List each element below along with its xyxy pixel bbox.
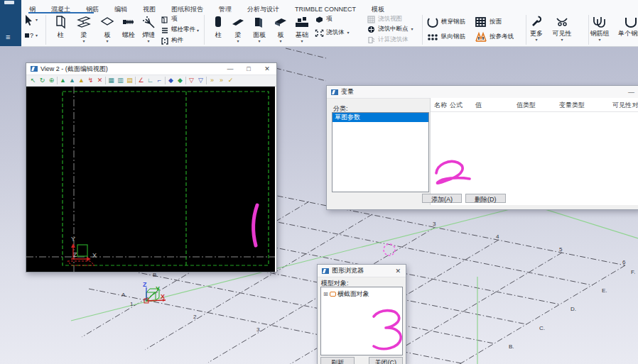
steel-item-button[interactable]: 项 <box>161 14 178 24</box>
concrete-slab-icon <box>273 14 288 30</box>
rebar-by-face-button[interactable]: 按面 <box>475 16 502 28</box>
view-tool-icon-5[interactable]: ▲ <box>67 76 77 85</box>
footing-button[interactable]: 基础 ▾ <box>291 14 313 43</box>
col-name[interactable]: 名称 <box>434 101 447 110</box>
weld-button[interactable]: 焊缝 ▾ <box>137 14 160 43</box>
view-window-icon <box>31 66 38 72</box>
item-icon <box>161 16 169 23</box>
footing-icon <box>293 14 310 30</box>
variables-dialog-title: 变量 <box>341 87 354 96</box>
concrete-beam-icon <box>230 14 246 30</box>
variables-minimize-button[interactable]: — <box>628 89 638 96</box>
view-tool-icon-26[interactable]: ✓ <box>226 76 235 85</box>
by-face-icon <box>475 16 487 28</box>
view-tool-icon-18[interactable]: ◆ <box>166 76 175 85</box>
steel-beam-button[interactable]: 梁 ▾ <box>72 14 95 43</box>
tab-template[interactable]: 模板 <box>364 5 392 14</box>
crossing-rebar-icon <box>426 16 439 28</box>
single-rebar-button[interactable]: 单个钢筋 <box>615 14 638 38</box>
view2-window: View 2 - (截面编辑视图) — □ ✕ ↖↻⊕▲▲▲↯✕▦▥▤∠∟⌐◆◆… <box>26 62 277 272</box>
select-cursor-button[interactable]: ▾ <box>24 15 38 25</box>
variables-table[interactable]: 名称 公式 值 值类型 变量类型 可见性 对话框中的 <box>430 98 638 205</box>
tab-analysis-design[interactable]: 分析与设计 <box>239 5 287 14</box>
crossing-rebar-button[interactable]: 横穿钢筋 <box>426 16 465 28</box>
concrete-item-button[interactable]: 项 <box>315 14 332 24</box>
minimize-button[interactable]: — <box>221 65 239 72</box>
view-tool-icon-22[interactable]: ▽ <box>196 76 205 85</box>
section-edit-canvas[interactable]: Y X Z <box>26 87 275 272</box>
component-button[interactable]: 构件 <box>161 35 183 45</box>
view-tool-icon-6[interactable]: ▲ <box>77 76 86 85</box>
tab-edit[interactable]: 编辑 <box>107 5 135 14</box>
tab-trimble-connect[interactable]: TRIMBLE CONNECT <box>287 6 364 13</box>
object-bullet-icon <box>330 292 336 297</box>
longitudinal-rebar-button[interactable]: 纵向钢筋 <box>426 31 465 43</box>
col-formula[interactable]: 公式 <box>450 101 463 110</box>
rebar-by-guideline-button[interactable]: 按参考线 <box>475 31 514 43</box>
pour-view-button[interactable]: 浇筑视图 <box>367 14 402 24</box>
concrete-beam-button[interactable]: 梁 ▾ <box>227 14 249 43</box>
calculate-pour-button[interactable]: 计算浇筑体 <box>367 35 409 45</box>
view-tool-icon-15[interactable]: ∟ <box>146 76 155 85</box>
col-value[interactable]: 值 <box>475 101 482 110</box>
steel-column-button[interactable]: 柱 <box>49 14 72 40</box>
concrete-panel-button[interactable]: 面板 ▾ <box>248 14 271 43</box>
steel-group-dropdown[interactable]: ▾ <box>197 29 199 33</box>
col-label-in-dialog[interactable]: 对话框中的 <box>632 101 638 110</box>
more-button[interactable]: 更多 ▾ <box>524 14 548 42</box>
view-tool-icon-12[interactable]: ▤ <box>125 76 134 85</box>
view-tool-icon-10[interactable]: ▦ <box>107 76 116 85</box>
bolt-icon <box>121 14 136 30</box>
col-variable-type[interactable]: 变量类型 <box>559 101 585 110</box>
brick-icon <box>315 16 324 23</box>
model-objects-tree[interactable]: ⊞ 横截面对象 <box>320 287 403 355</box>
col-value-type[interactable]: 值类型 <box>517 101 536 110</box>
view-tool-icon-4[interactable]: ▲ <box>58 76 67 85</box>
browser-dialog-titlebar[interactable]: 图形浏览器 ✕ <box>318 265 406 277</box>
category-item-sketch-params[interactable]: 草图参数 <box>332 113 428 122</box>
browser-close-icon[interactable]: ✕ <box>395 268 406 275</box>
view-tool-icon-11[interactable]: ▥ <box>116 76 125 85</box>
section-origin-symbol: Y X Z <box>67 236 97 265</box>
visibility-icon <box>554 14 570 28</box>
delete-button[interactable]: 删除(D) <box>465 194 506 203</box>
variables-dialog-icon <box>331 89 338 95</box>
variables-dialog-titlebar[interactable]: 变量 — <box>327 86 638 99</box>
view-tool-icon-0[interactable]: ↖ <box>28 76 38 85</box>
add-button[interactable]: 添加(A) <box>422 194 462 203</box>
view-tool-icon-14[interactable]: ∠ <box>136 76 146 85</box>
view-tool-icon-19[interactable]: ◆ <box>175 76 185 85</box>
view-tool-icon-8[interactable]: ✕ <box>95 76 104 85</box>
concrete-slab-button[interactable]: 板 ▾ <box>269 14 292 43</box>
close-button[interactable]: ✕ <box>258 65 276 72</box>
maximize-button[interactable]: □ <box>239 65 258 72</box>
menu-icon[interactable]: ≡ <box>6 33 10 41</box>
view-tool-icon-21[interactable]: ▽ <box>187 76 196 85</box>
bolt-parts-button[interactable]: 螺栓零件 <box>161 25 195 35</box>
tab-manage[interactable]: 管理 <box>211 5 239 14</box>
tree-item-cross-section[interactable]: ⊞ 横截面对象 <box>323 289 402 299</box>
view-tool-icon-1[interactable]: ↻ <box>38 76 47 85</box>
visibility-button[interactable]: 可见性 ▾ <box>548 14 575 42</box>
view-tool-icon-16[interactable]: ⌐ <box>155 76 164 85</box>
expander-icon[interactable]: ⊞ <box>323 291 328 297</box>
category-list[interactable]: 草图参数 <box>332 112 429 192</box>
browser-close-button[interactable]: 关闭(C) <box>369 357 404 364</box>
view-tool-icon-2[interactable]: ⊕ <box>47 76 56 85</box>
pour-break-button[interactable]: 浇筑中断点 ▾ <box>367 24 413 34</box>
pour-object-button[interactable]: 浇筑体 ▾ <box>315 28 350 38</box>
tab-drawings-reports[interactable]: 图纸和报告 <box>163 5 211 14</box>
rebar-group-button[interactable]: 钢筋组 ▾ <box>587 14 612 42</box>
view-tool-icon-25[interactable]: » <box>217 76 226 85</box>
view2-titlebar[interactable]: View 2 - (截面编辑视图) — □ ✕ <box>26 63 276 75</box>
col-visibility[interactable]: 可见性 <box>612 101 632 110</box>
tab-view[interactable]: 视图 <box>135 5 163 14</box>
refresh-button[interactable]: 刷新 <box>320 357 355 364</box>
inquire-button[interactable]: ? ▾ <box>24 31 38 40</box>
toolbar-separator <box>185 77 186 84</box>
inquire-icon: ? <box>24 31 34 40</box>
view-tool-icon-24[interactable]: » <box>207 76 217 85</box>
steel-plate-button[interactable]: 板 ▾ <box>96 14 119 43</box>
view-tool-icon-7[interactable]: ↯ <box>86 76 95 85</box>
wrench-icon <box>529 14 544 28</box>
